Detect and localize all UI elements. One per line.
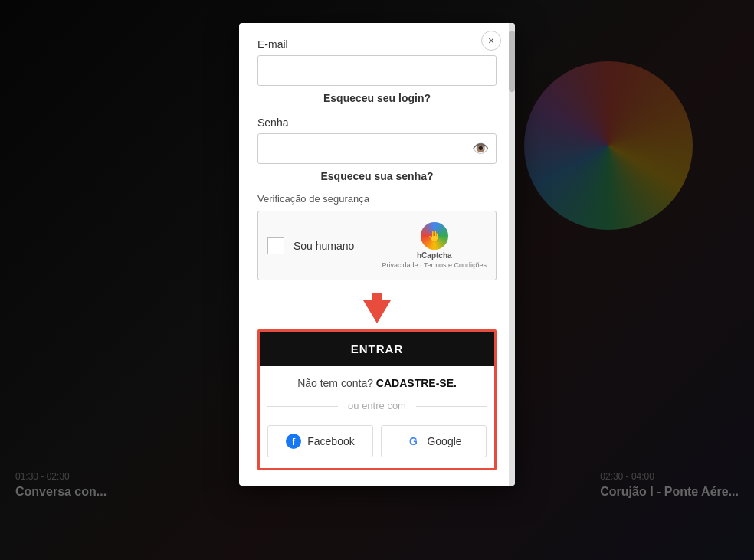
divider-row: ou entre com: [260, 394, 494, 418]
google-label: Google: [427, 435, 461, 447]
security-label: Verificação de segurança: [257, 193, 497, 205]
google-icon: G: [405, 434, 421, 449]
svg-rect-1: [372, 293, 382, 303]
modal-content: × E-mail Esqueceu seu login? Senha 👁️ Es…: [239, 23, 515, 486]
scrollbar-thumb: [509, 31, 515, 92]
modal-backdrop: × E-mail Esqueceu seu login? Senha 👁️ Es…: [0, 0, 754, 560]
or-text: ou entre com: [348, 400, 406, 411]
password-input[interactable]: [257, 133, 497, 164]
forgot-login-link[interactable]: Esqueceu seu login?: [257, 92, 497, 104]
modal-scrollbar[interactable]: [509, 23, 515, 486]
down-arrow-icon: [363, 293, 391, 323]
google-login-button[interactable]: G Google: [381, 425, 487, 457]
close-icon: ×: [488, 34, 494, 47]
captcha-links-text: Privacidade · Termos e Condições: [382, 261, 487, 269]
email-label: E-mail: [257, 38, 497, 51]
facebook-icon: f: [286, 434, 301, 449]
captcha-checkbox[interactable]: [267, 237, 284, 254]
signup-row: Não tem conta? CADASTRE-SE.: [260, 366, 494, 394]
captcha-right: 🤚 hCaptcha Privacidade · Termos e Condiç…: [382, 222, 487, 269]
no-account-text: Não tem conta?: [297, 377, 373, 389]
social-buttons: f Facebook G Google: [260, 418, 494, 468]
email-input[interactable]: [257, 55, 497, 86]
close-button[interactable]: ×: [481, 31, 501, 51]
login-modal: × E-mail Esqueceu seu login? Senha 👁️ Es…: [239, 23, 515, 486]
captcha-text: Sou humano: [293, 240, 354, 252]
password-wrapper: 👁️: [257, 133, 497, 164]
captcha-left: Sou humano: [267, 237, 354, 254]
arrow-indicator: [257, 293, 497, 323]
password-label: Senha: [257, 116, 497, 129]
facebook-login-button[interactable]: f Facebook: [267, 425, 373, 457]
eye-icon[interactable]: 👁️: [472, 140, 489, 157]
captcha-brand-label: hCaptcha: [417, 251, 452, 260]
captcha-box: Sou humano 🤚 hCaptcha Privacidade · Term…: [257, 211, 497, 280]
red-bordered-section: ENTRAR Não tem conta? CADASTRE-SE. ou en…: [257, 329, 497, 470]
facebook-label: Facebook: [307, 435, 354, 447]
captcha-logo-icon: 🤚: [421, 222, 448, 250]
login-button[interactable]: ENTRAR: [260, 332, 494, 366]
signup-link[interactable]: CADASTRE-SE.: [376, 377, 457, 389]
forgot-password-link[interactable]: Esqueceu sua senha?: [257, 170, 497, 182]
svg-marker-0: [363, 300, 391, 323]
